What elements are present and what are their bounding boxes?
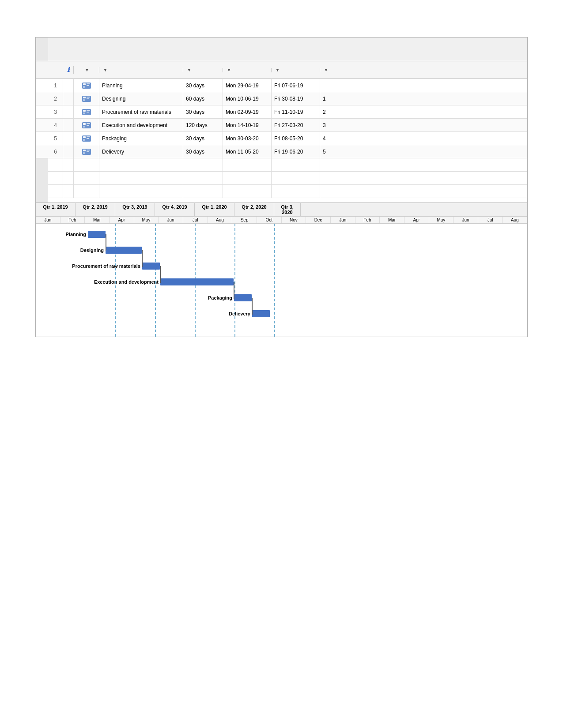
svg-rect-14 (83, 113, 85, 114)
gantt-chart-section: Qtr 1, 2019Qtr 2, 2019Qtr 3, 2019Qtr 4, … (35, 203, 528, 337)
row-num: 2 (48, 92, 63, 105)
connector-horizontal (106, 250, 106, 251)
svg-rect-8 (87, 98, 89, 99)
svg-rect-16 (83, 123, 86, 125)
finish-header-label: ▼ (274, 68, 280, 72)
table-row: 6 Delievery 30 days Mon 11-05-20 Fri 19-… (36, 145, 527, 158)
task-name-dropdown[interactable]: ▼ (103, 68, 107, 72)
month-cell: Jan (331, 217, 355, 223)
pred-header-label: ▼ (323, 68, 328, 72)
row-mode (74, 79, 99, 92)
month-cell: Nov (282, 217, 306, 223)
row-num: 4 (48, 119, 63, 131)
svg-rect-27 (87, 150, 90, 150)
gantt-bar (234, 294, 252, 301)
row-finish: Fri 07-06-19 (272, 79, 320, 92)
row-num: 6 (48, 145, 63, 158)
quarters-header: Qtr 1, 2019Qtr 2, 2019Qtr 3, 2019Qtr 4, … (36, 203, 527, 217)
header-duration[interactable]: ▼ (183, 68, 223, 72)
row-start: Mon 10-06-19 (223, 92, 272, 105)
row-finish: Fri 30-08-19 (272, 92, 320, 105)
row-start: Mon 02-09-19 (223, 105, 272, 118)
gantt-task-label: Packaging (208, 295, 232, 300)
month-cell: Mar (85, 217, 110, 223)
svg-rect-24 (83, 139, 85, 141)
svg-rect-2 (87, 83, 90, 84)
month-cell: Oct (257, 217, 282, 223)
row-mode (74, 145, 99, 158)
svg-rect-12 (87, 110, 90, 111)
row-start: Mon 11-05-20 (223, 145, 272, 158)
start-dropdown[interactable]: ▼ (227, 68, 231, 72)
header-finish[interactable]: ▼ (272, 68, 320, 72)
quarter-cell: Qtr 3, 2019 (115, 203, 155, 216)
month-cell: Sep (232, 217, 257, 223)
row-mode (74, 132, 99, 145)
quarter-cell: Qtr 1, 2020 (195, 203, 234, 216)
month-cell: May (134, 217, 159, 223)
svg-rect-21 (83, 136, 86, 138)
table-row: 2 Designing 60 days Mon 10-06-19 Fri 30-… (36, 92, 527, 105)
month-cell: Apr (404, 217, 429, 223)
row-info-cell (63, 119, 74, 131)
empty-row-1 (48, 158, 527, 172)
row-num: 5 (48, 132, 63, 145)
info-icon[interactable]: ℹ (63, 66, 74, 74)
empty-row-2 (48, 172, 527, 185)
header-task-mode[interactable]: ▼ (74, 67, 99, 73)
timeline-label (36, 38, 48, 61)
row-num: 3 (48, 105, 63, 118)
connector-vertical (234, 282, 234, 298)
row-mode (74, 105, 99, 118)
task-mode-label: ▼ (84, 68, 89, 72)
svg-rect-23 (87, 138, 89, 139)
pred-dropdown[interactable]: ▼ (324, 68, 328, 72)
task-mode-icon (82, 96, 91, 102)
gantt-bar (142, 263, 160, 270)
connector-horizontal (160, 282, 161, 283)
timeline-header (36, 38, 527, 61)
row-mode (74, 92, 99, 105)
month-cell: Jun (453, 217, 478, 223)
row-duration: 30 days (183, 145, 223, 158)
row-duration: 120 days (183, 119, 223, 131)
task-mode-dropdown[interactable]: ▼ (85, 68, 89, 72)
gantt-task-label: Execution and development (94, 279, 159, 285)
row-task-name: Execution and development (99, 119, 183, 131)
month-cell: Jun (159, 217, 183, 223)
duration-dropdown[interactable]: ▼ (187, 68, 191, 72)
row-predecessors: 2 (320, 105, 527, 118)
empty-rows-section (36, 158, 527, 203)
row-mode (74, 119, 99, 131)
task-mode-icon (82, 83, 91, 89)
table-row: 5 Packaging 30 days Mon 30-03-20 Fri 08-… (36, 132, 527, 145)
connector-horizontal (234, 298, 234, 299)
month-cell: May (429, 217, 454, 223)
connector-vertical (106, 234, 106, 250)
svg-rect-29 (83, 152, 85, 154)
row-predecessors: 4 (320, 132, 527, 145)
gantt-bar (88, 231, 106, 238)
header-predecessors[interactable]: ▼ (320, 68, 527, 72)
row-info-cell (63, 145, 74, 158)
gantt-bar (252, 310, 270, 317)
row-duration: 30 days (183, 105, 223, 118)
header-task-name[interactable]: ▼ (99, 68, 183, 72)
month-cell: Mar (380, 217, 404, 223)
header-start[interactable]: ▼ (223, 68, 272, 72)
table-rows-container: 1 Planning 30 days Mon 29-04-19 Fri 07-0… (36, 79, 527, 158)
gantt-chart-side-label (36, 158, 48, 203)
month-cell: Apr (110, 217, 134, 223)
finish-dropdown[interactable]: ▼ (276, 68, 280, 72)
row-finish: Fri 11-10-19 (272, 105, 320, 118)
row-predecessors: 3 (320, 119, 527, 131)
month-cell: Jan (36, 217, 60, 223)
row-task-name: Procurement of raw materials (99, 105, 183, 118)
months-header: JanFebMarAprMayJunJulAugSepOctNovDecJanF… (36, 217, 527, 224)
gantt-task-label: Designing (80, 248, 104, 253)
connector-vertical (142, 250, 143, 266)
svg-rect-19 (83, 126, 85, 128)
quarter-cell: Qtr 1, 2019 (36, 203, 76, 216)
month-cell: Dec (306, 217, 331, 223)
row-info-cell (63, 79, 74, 92)
